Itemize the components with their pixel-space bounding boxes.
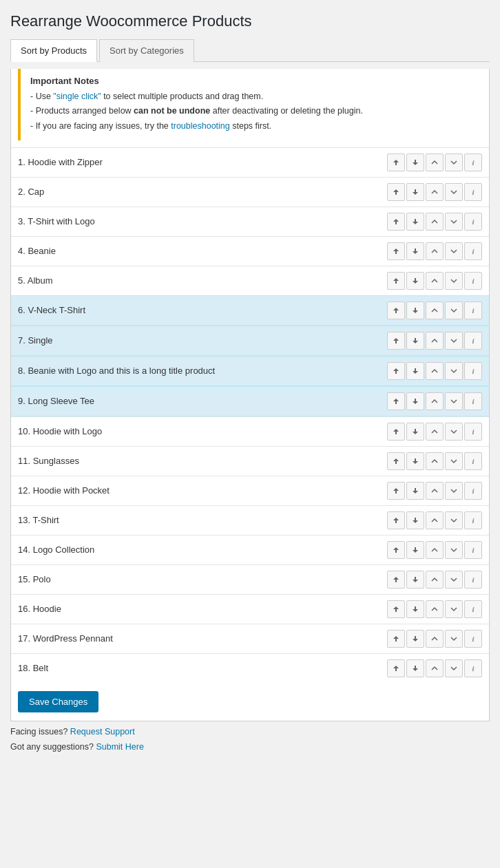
product-info-button[interactable]: i bbox=[464, 242, 482, 260]
move-down-button[interactable] bbox=[406, 272, 424, 290]
move-page-down-button[interactable] bbox=[445, 213, 463, 231]
move-page-down-button[interactable] bbox=[445, 301, 463, 319]
save-changes-button[interactable]: Save Changes bbox=[18, 691, 98, 712]
product-info-button[interactable]: i bbox=[464, 301, 482, 319]
product-info-button[interactable]: i bbox=[464, 272, 482, 290]
product-row[interactable]: 7. Singlei bbox=[11, 326, 489, 356]
move-page-down-button[interactable] bbox=[445, 571, 463, 589]
move-page-down-button[interactable] bbox=[445, 183, 463, 201]
move-down-button[interactable] bbox=[406, 571, 424, 589]
move-down-button[interactable] bbox=[406, 154, 424, 171]
product-info-button[interactable]: i bbox=[464, 630, 482, 648]
single-click-link[interactable]: "single click" bbox=[53, 92, 101, 101]
move-top-button[interactable] bbox=[387, 541, 405, 559]
move-down-button[interactable] bbox=[406, 423, 424, 441]
product-row[interactable]: 18. Belti bbox=[11, 653, 489, 683]
product-info-button[interactable]: i bbox=[464, 600, 482, 618]
move-down-button[interactable] bbox=[406, 213, 424, 231]
move-page-down-button[interactable] bbox=[445, 600, 463, 618]
product-info-button[interactable]: i bbox=[464, 392, 482, 410]
product-row[interactable]: 16. Hoodiei bbox=[11, 594, 489, 624]
move-top-button[interactable] bbox=[387, 213, 405, 231]
product-row[interactable]: 17. WordPress Pennanti bbox=[11, 624, 489, 653]
product-info-button[interactable]: i bbox=[464, 659, 482, 677]
tab-sort-by-categories[interactable]: Sort by Categories bbox=[99, 39, 194, 62]
request-support-link[interactable]: Request Support bbox=[70, 727, 135, 737]
move-page-down-button[interactable] bbox=[445, 362, 463, 380]
move-top-button[interactable] bbox=[387, 242, 405, 260]
product-info-button[interactable]: i bbox=[464, 511, 482, 529]
move-page-down-button[interactable] bbox=[445, 423, 463, 441]
product-info-button[interactable]: i bbox=[464, 452, 482, 470]
move-page-down-button[interactable] bbox=[445, 332, 463, 350]
move-top-button[interactable] bbox=[387, 332, 405, 350]
move-down-button[interactable] bbox=[406, 301, 424, 319]
move-top-button[interactable] bbox=[387, 423, 405, 441]
move-down-button[interactable] bbox=[406, 630, 424, 648]
move-up-button[interactable] bbox=[426, 213, 444, 231]
move-top-button[interactable] bbox=[387, 659, 405, 677]
move-up-button[interactable] bbox=[426, 332, 444, 350]
move-page-down-button[interactable] bbox=[445, 452, 463, 470]
move-down-button[interactable] bbox=[406, 332, 424, 350]
troubleshooting-link[interactable]: troubleshooting bbox=[171, 121, 229, 131]
move-up-button[interactable] bbox=[426, 423, 444, 441]
move-up-button[interactable] bbox=[426, 541, 444, 559]
move-page-down-button[interactable] bbox=[445, 154, 463, 171]
move-up-button[interactable] bbox=[426, 452, 444, 470]
product-row[interactable]: 13. T-Shirti bbox=[11, 505, 489, 535]
move-up-button[interactable] bbox=[426, 392, 444, 410]
move-page-down-button[interactable] bbox=[445, 392, 463, 410]
move-top-button[interactable] bbox=[387, 452, 405, 470]
move-page-down-button[interactable] bbox=[445, 482, 463, 500]
move-top-button[interactable] bbox=[387, 154, 405, 171]
product-row[interactable]: 15. Poloi bbox=[11, 564, 489, 594]
move-top-button[interactable] bbox=[387, 511, 405, 529]
tab-sort-by-products[interactable]: Sort by Products bbox=[10, 39, 97, 62]
move-up-button[interactable] bbox=[426, 482, 444, 500]
move-up-button[interactable] bbox=[426, 659, 444, 677]
move-down-button[interactable] bbox=[406, 242, 424, 260]
move-top-button[interactable] bbox=[387, 362, 405, 380]
move-up-button[interactable] bbox=[426, 272, 444, 290]
move-page-down-button[interactable] bbox=[445, 511, 463, 529]
submit-here-link[interactable]: Submit Here bbox=[96, 742, 143, 752]
product-info-button[interactable]: i bbox=[464, 541, 482, 559]
product-row[interactable]: 6. V-Neck T-Shirti bbox=[11, 295, 489, 326]
move-down-button[interactable] bbox=[406, 600, 424, 618]
product-info-button[interactable]: i bbox=[464, 482, 482, 500]
product-row[interactable]: 5. Albumi bbox=[11, 266, 489, 295]
product-row[interactable]: 12. Hoodie with Pocketi bbox=[11, 476, 489, 505]
product-row[interactable]: 9. Long Sleeve Teei bbox=[11, 386, 489, 416]
move-up-button[interactable] bbox=[426, 301, 444, 319]
product-row[interactable]: 10. Hoodie with Logoi bbox=[11, 416, 489, 446]
move-top-button[interactable] bbox=[387, 301, 405, 319]
product-row[interactable]: 14. Logo Collectioni bbox=[11, 535, 489, 564]
move-top-button[interactable] bbox=[387, 630, 405, 648]
product-info-button[interactable]: i bbox=[464, 362, 482, 380]
move-down-button[interactable] bbox=[406, 541, 424, 559]
move-up-button[interactable] bbox=[426, 571, 444, 589]
move-up-button[interactable] bbox=[426, 242, 444, 260]
move-down-button[interactable] bbox=[406, 392, 424, 410]
move-top-button[interactable] bbox=[387, 482, 405, 500]
move-page-down-button[interactable] bbox=[445, 541, 463, 559]
move-page-down-button[interactable] bbox=[445, 242, 463, 260]
move-down-button[interactable] bbox=[406, 511, 424, 529]
product-row[interactable]: 8. Beanie with Logo and this is a long t… bbox=[11, 356, 489, 386]
move-top-button[interactable] bbox=[387, 183, 405, 201]
move-page-down-button[interactable] bbox=[445, 272, 463, 290]
move-up-button[interactable] bbox=[426, 630, 444, 648]
product-info-button[interactable]: i bbox=[464, 213, 482, 231]
move-page-down-button[interactable] bbox=[445, 630, 463, 648]
move-up-button[interactable] bbox=[426, 362, 444, 380]
product-row[interactable]: 11. Sunglassesi bbox=[11, 446, 489, 476]
product-info-button[interactable]: i bbox=[464, 571, 482, 589]
move-top-button[interactable] bbox=[387, 600, 405, 618]
move-up-button[interactable] bbox=[426, 183, 444, 201]
move-down-button[interactable] bbox=[406, 183, 424, 201]
product-info-button[interactable]: i bbox=[464, 332, 482, 350]
product-row[interactable]: 1. Hoodie with Zipperi bbox=[11, 147, 489, 177]
move-page-down-button[interactable] bbox=[445, 659, 463, 677]
move-top-button[interactable] bbox=[387, 571, 405, 589]
